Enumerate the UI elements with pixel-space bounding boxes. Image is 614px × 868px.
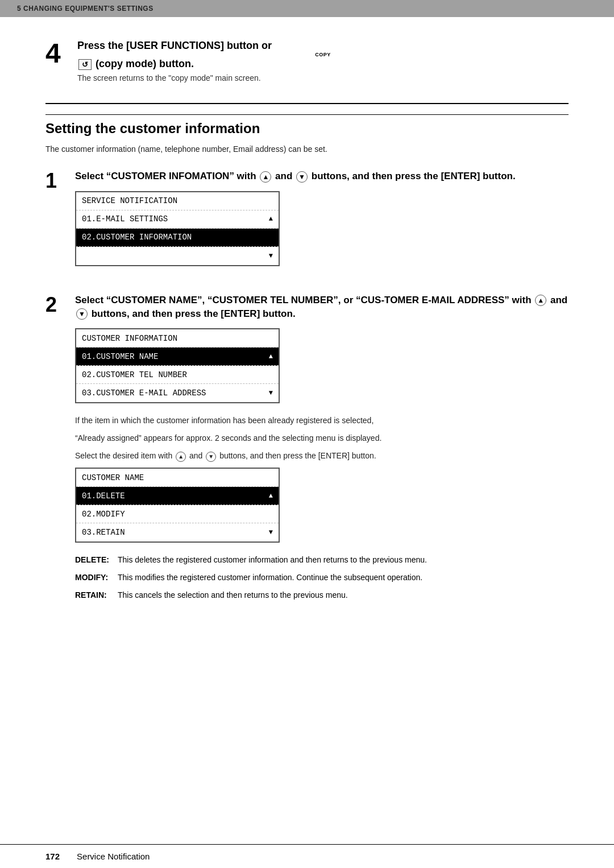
lcd-row-selected: 01.CUSTOMER NAME ▲ <box>76 348 279 366</box>
def-term-delete: DELETE: <box>75 554 118 566</box>
lcd-row: 02.MODIFY <box>76 505 279 523</box>
step2-block: 2 Select “CUSTOMER NAME”, “CUSTOMER TEL … <box>45 294 569 607</box>
page-footer: 172 Service Notification <box>0 844 614 868</box>
step2-body: Select “CUSTOMER NAME”, “CUSTOMER TEL NU… <box>75 294 569 607</box>
step4-number: 4 <box>45 40 66 67</box>
lcd-row: 01.E-MAIL SETTINGS ▲ <box>76 210 279 229</box>
lcd-row: ▼ <box>76 247 279 265</box>
definitions-list: DELETE: This deletes the registered cust… <box>75 554 569 601</box>
step1-block: 1 Select “CUSTOMER INFOMATION” with ▲ an… <box>45 170 569 278</box>
lcd-row: 02.CUSTOMER TEL NUMBER <box>76 366 279 384</box>
lcd-cell: 01.CUSTOMER NAME <box>82 352 158 361</box>
def-item-delete: DELETE: This deletes the registered cust… <box>75 554 569 566</box>
lcd-row: 03.RETAIN ▼ <box>76 523 279 542</box>
def-term-retain: RETAIN: <box>75 589 118 601</box>
step4-title-mid: (copy mode) button. <box>96 58 194 69</box>
down-arrow-icon2: ▼ <box>76 308 88 320</box>
section-divider <box>45 103 569 104</box>
step2-title: Select “CUSTOMER NAME”, “CUSTOMER TEL NU… <box>75 294 569 321</box>
step1-title-text: Select “CUSTOMER INFOMATION” with <box>75 171 256 181</box>
lcd-cell: 01.DELETE <box>82 491 125 501</box>
step2-body3: Select the desired item with ▲ and ▼ but… <box>75 450 569 462</box>
step4-block: 4 Press the [USER FUNCTIONS] button or C… <box>45 40 569 82</box>
footer-title: Service Notification <box>77 852 150 861</box>
def-desc-modify: This modifies the registered customer in… <box>118 572 569 584</box>
step2-body3-end: buttons, and then press the [ENTER] butt… <box>219 451 376 460</box>
step2-title-pre: Select “CUSTOMER NAME”, “CUSTOMER TEL NU… <box>75 295 532 305</box>
up-arrow-icon: ▲ <box>260 171 271 183</box>
main-content: 4 Press the [USER FUNCTIONS] button or C… <box>0 17 614 657</box>
step2-number: 2 <box>45 294 67 316</box>
step1-number: 1 <box>45 170 67 192</box>
step1-title: Select “CUSTOMER INFOMATION” with ▲ and … <box>75 170 569 183</box>
lcd-cell: 03.RETAIN <box>82 528 125 537</box>
copy-label: COPY <box>77 52 569 57</box>
lcd-cell: CUSTOMER INFORMATION <box>82 334 177 343</box>
step1-body: Select “CUSTOMER INFOMATION” with ▲ and … <box>75 170 569 278</box>
footer-page-number: 172 <box>45 852 60 861</box>
lcd-row: CUSTOMER NAME <box>76 469 279 487</box>
lcd-cell: SERVICE NOTIFICATION <box>82 196 177 205</box>
step4-title-pre: Press the [USER FUNCTIONS] button or <box>77 40 272 51</box>
step2-lcd-panel1: CUSTOMER INFORMATION 01.CUSTOMER NAME ▲ … <box>75 328 280 403</box>
lcd-cell: CUSTOMER NAME <box>82 473 144 482</box>
def-desc-retain: This cancels the selection and then retu… <box>118 589 569 601</box>
lcd-cell: 03.CUSTOMER E-MAIL ADDRESS <box>82 388 206 398</box>
step4-title: Press the [USER FUNCTIONS] button or COP… <box>77 40 569 70</box>
step1-title-end: buttons, and then press the [ENTER] butt… <box>312 171 516 181</box>
step4-content: Press the [USER FUNCTIONS] button or COP… <box>77 40 569 82</box>
step1-title-mid: and <box>275 171 292 181</box>
down-arrow-icon: ▼ <box>296 171 308 183</box>
section-intro: The customer information (name, telephon… <box>45 144 569 154</box>
header-text: 5 CHANGING EQUIPMENT'S SETTINGS <box>17 5 154 13</box>
lcd-row: CUSTOMER INFORMATION <box>76 329 279 348</box>
step2-body1: If the item in which the customer inform… <box>75 415 569 427</box>
def-desc-delete: This deletes the registered customer inf… <box>118 554 569 566</box>
step2-title-mid: and <box>550 295 567 305</box>
step2-title-end: buttons, and then press the [ENTER] butt… <box>92 308 296 319</box>
section-title: Setting the customer information <box>45 114 569 137</box>
lcd-row-selected: 02.CUSTOMER INFORMATION <box>76 229 279 247</box>
step1-lcd-panel: SERVICE NOTIFICATION 01.E-MAIL SETTINGS … <box>75 191 280 266</box>
def-term-modify: MODIFY: <box>75 572 118 584</box>
lcd-row-selected: 01.DELETE ▲ <box>76 487 279 505</box>
up-arrow-icon2: ▲ <box>535 295 546 306</box>
lcd-row: SERVICE NOTIFICATION <box>76 192 279 210</box>
step2-body2: “Already assigned” appears for approx. 2… <box>75 432 569 444</box>
step2-lcd-panel2: CUSTOMER NAME 01.DELETE ▲ 02.MODIFY 03.R… <box>75 468 280 543</box>
page-header: 5 CHANGING EQUIPMENT'S SETTINGS <box>0 0 614 17</box>
step2-body3-mid: and <box>189 451 202 460</box>
def-item-retain: RETAIN: This cancels the selection and t… <box>75 589 569 601</box>
up-arrow-inline: ▲ <box>176 452 186 462</box>
lcd-cell: 02.CUSTOMER TEL NUMBER <box>82 370 187 379</box>
lcd-row: 03.CUSTOMER E-MAIL ADDRESS ▼ <box>76 384 279 402</box>
lcd-cell: 02.CUSTOMER INFORMATION <box>82 233 192 242</box>
lcd-cell: 01.E-MAIL SETTINGS <box>82 214 168 224</box>
lcd-cell: 02.MODIFY <box>82 510 125 519</box>
step4-subtitle: The screen returns to the "copy mode" ma… <box>77 73 569 82</box>
step2-body3-pre: Select the desired item with <box>75 451 172 460</box>
def-item-modify: MODIFY: This modifies the registered cus… <box>75 572 569 584</box>
copy-mode-icon: ↺ <box>78 59 92 70</box>
down-arrow-inline: ▼ <box>206 452 216 462</box>
